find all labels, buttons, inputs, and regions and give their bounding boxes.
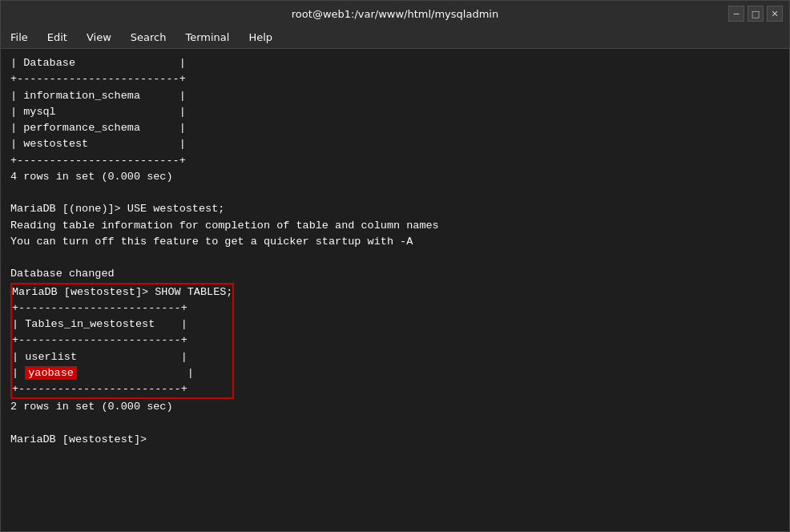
minimize-button[interactable]: ─ <box>728 6 744 22</box>
window-title: root@web1:/var/www/html/mysqladmin <box>292 8 498 20</box>
menu-bar: File Edit View Search Terminal Help <box>1 26 789 49</box>
menu-view[interactable]: View <box>83 30 115 45</box>
menu-help[interactable]: Help <box>245 30 276 45</box>
terminal-output[interactable]: | Database | +-------------------------+… <box>1 49 789 531</box>
maximize-button[interactable]: □ <box>748 6 764 22</box>
title-bar: root@web1:/var/www/html/mysqladmin ─ □ ✕ <box>1 1 789 26</box>
yaobase-highlight: yaobase <box>25 366 77 380</box>
menu-edit[interactable]: Edit <box>44 30 71 45</box>
line-pipe-database: | Database | +-------------------------+… <box>10 57 439 280</box>
terminal-pre: | Database | +-------------------------+… <box>10 55 780 448</box>
menu-file[interactable]: File <box>7 30 31 45</box>
terminal-window: root@web1:/var/www/html/mysqladmin ─ □ ✕… <box>0 0 790 532</box>
close-button[interactable]: ✕ <box>767 6 783 22</box>
show-tables-block: MariaDB [westostest]> SHOW TABLES; +----… <box>10 283 234 400</box>
menu-terminal[interactable]: Terminal <box>182 30 232 45</box>
window-controls: ─ □ ✕ <box>728 6 783 22</box>
menu-search[interactable]: Search <box>127 30 170 45</box>
